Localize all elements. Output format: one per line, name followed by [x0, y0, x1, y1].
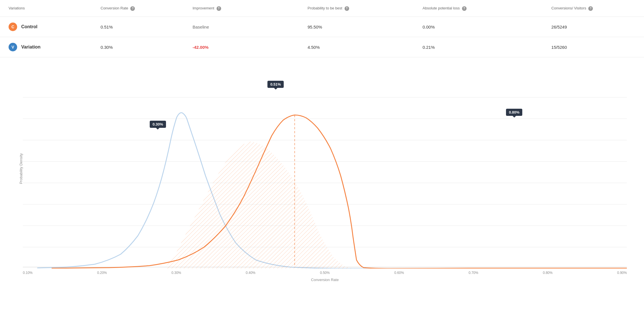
col-header-improvement: Improvement ?	[184, 0, 299, 17]
x-tick-label: 0.90%	[617, 271, 627, 275]
cell-absolute: 0.21%	[414, 37, 543, 57]
chart-svg	[23, 69, 627, 269]
variation-badge: C	[9, 23, 17, 31]
x-axis-label: Conversion Rate	[23, 278, 627, 282]
help-icon-probability[interactable]: ?	[345, 6, 349, 11]
x-tick-label: 0.10%	[23, 271, 33, 275]
help-icon-improvement[interactable]: ?	[217, 6, 221, 11]
x-tick-label: 0.30%	[171, 271, 181, 275]
col-header-probability: Probability to be best ?	[299, 0, 414, 17]
col-header-variations: Variations	[0, 0, 92, 17]
table-row: V Variation 0.30% -42.00% 4.50% 0.21% 15…	[0, 37, 644, 57]
table-row: C Control 0.51% Baseline 95.50% 0.00% 26…	[0, 17, 644, 37]
cell-variation-name: C Control	[0, 17, 92, 37]
chart-inner: Probability Density	[23, 69, 627, 269]
col-header-conversions: Conversions/ Visitors ?	[543, 0, 644, 17]
x-tick-label: 0.80%	[543, 271, 553, 275]
col-header-absolute: Absolute potential loss ?	[414, 0, 543, 17]
x-tick-label: 0.40%	[246, 271, 255, 275]
cell-probability: 95.50%	[299, 17, 414, 37]
cell-conversion-rate: 0.30%	[92, 37, 184, 57]
x-tick-label: 0.20%	[97, 271, 107, 275]
tooltip-080: 0.80%	[506, 109, 522, 116]
chart-container: Probability Density	[0, 57, 644, 305]
col-header-conversion: Conversion Rate ?	[92, 0, 184, 17]
x-axis-ticks: 0.10%0.20%0.30%0.40%0.50%0.60%0.70%0.80%…	[23, 269, 627, 275]
x-tick-label: 0.70%	[469, 271, 478, 275]
help-icon-conversions[interactable]: ?	[588, 6, 593, 11]
tooltip-030: 0.30%	[150, 121, 166, 128]
variation-badge: V	[9, 43, 17, 51]
help-icon-absolute[interactable]: ?	[462, 6, 467, 11]
page-container: Variations Conversion Rate ? Improvement…	[0, 0, 644, 323]
cell-improvement: -42.00%	[184, 37, 299, 57]
cell-conversions: 26/5249	[543, 17, 644, 37]
improvement-value: Baseline	[193, 25, 209, 29]
cell-improvement: Baseline	[184, 17, 299, 37]
x-tick-label: 0.50%	[320, 271, 330, 275]
cell-probability: 4.50%	[299, 37, 414, 57]
cell-conversions: 15/5260	[543, 37, 644, 57]
results-table: Variations Conversion Rate ? Improvement…	[0, 0, 644, 57]
cell-variation-name: V Variation	[0, 37, 92, 57]
tooltip-051: 0.51%	[267, 81, 284, 88]
variation-name-label: Variation	[21, 45, 41, 49]
cell-absolute: 0.00%	[414, 17, 543, 37]
cell-conversion-rate: 0.51%	[92, 17, 184, 37]
help-icon-conversion[interactable]: ?	[130, 6, 135, 11]
x-tick-label: 0.60%	[394, 271, 404, 275]
variation-name-label: Control	[21, 24, 37, 29]
improvement-value: -42.00%	[193, 45, 209, 50]
